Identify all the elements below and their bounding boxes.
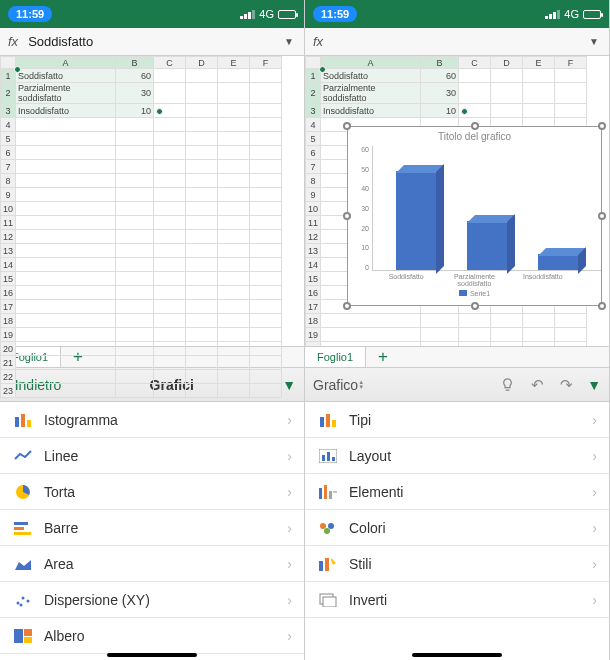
cell-B4[interactable] [116, 118, 154, 132]
cell-B20[interactable] [116, 342, 154, 356]
cell-E12[interactable] [218, 230, 250, 244]
cell-D18[interactable] [491, 314, 523, 328]
cell-E3[interactable] [523, 104, 555, 118]
chart-object[interactable]: Titolo del grafico 6050403020100 Soddisf… [347, 126, 602, 306]
cell-F11[interactable] [250, 216, 282, 230]
formula-expand-icon[interactable]: ▼ [274, 36, 304, 47]
menu-item-elements[interactable]: Elementi › [305, 474, 609, 510]
lightbulb-icon[interactable] [492, 377, 523, 392]
sort-icon[interactable]: ▲▼ [358, 380, 364, 389]
cell-C2[interactable] [459, 83, 491, 104]
cell-B8[interactable] [116, 174, 154, 188]
cell-C6[interactable] [154, 146, 186, 160]
cell-B10[interactable] [116, 202, 154, 216]
cell-F3[interactable] [555, 104, 587, 118]
cell-A3[interactable]: Insoddisfatto [321, 104, 421, 118]
cell-E7[interactable] [218, 160, 250, 174]
cell-A17[interactable] [16, 300, 116, 314]
cell-D2[interactable] [491, 83, 523, 104]
cell-C7[interactable] [154, 160, 186, 174]
cell-E17[interactable] [218, 300, 250, 314]
cell-E18[interactable] [218, 314, 250, 328]
cell-E15[interactable] [218, 272, 250, 286]
undo-icon[interactable]: ↶ [523, 376, 552, 394]
menu-item-line[interactable]: Linee › [0, 438, 304, 474]
cell-B6[interactable] [116, 146, 154, 160]
cell-B23[interactable] [116, 384, 154, 398]
cell-A3[interactable]: Insoddisfatto [16, 104, 116, 118]
cell-A21[interactable] [16, 356, 116, 370]
formula-input[interactable]: Soddisfatto [26, 34, 274, 49]
cell-D13[interactable] [186, 244, 218, 258]
cell-C19[interactable] [459, 328, 491, 342]
cell-D14[interactable] [186, 258, 218, 272]
cell-F3[interactable] [250, 104, 282, 118]
cell-C2[interactable] [154, 83, 186, 104]
cell-C9[interactable] [154, 188, 186, 202]
formula-expand-icon[interactable]: ▼ [579, 36, 609, 47]
cell-F20[interactable] [555, 342, 587, 347]
menu-item-invert[interactable]: Inverti › [305, 582, 609, 618]
cell-C22[interactable] [154, 370, 186, 384]
cell-A18[interactable] [321, 314, 421, 328]
cell-C4[interactable] [154, 118, 186, 132]
cell-C21[interactable] [154, 356, 186, 370]
menu-item-scatter[interactable]: Dispersione (XY) › [0, 582, 304, 618]
menu-item-pie[interactable]: Torta › [0, 474, 304, 510]
home-indicator[interactable] [107, 653, 197, 657]
cell-F19[interactable] [555, 328, 587, 342]
cell-F18[interactable] [250, 314, 282, 328]
cell-A12[interactable] [16, 230, 116, 244]
cell-D5[interactable] [186, 132, 218, 146]
cell-A22[interactable] [16, 370, 116, 384]
cell-D21[interactable] [186, 356, 218, 370]
sheet-tab-foglio1[interactable]: Foglio1 [305, 347, 366, 367]
cell-B13[interactable] [116, 244, 154, 258]
cell-C1[interactable] [459, 69, 491, 83]
cell-F1[interactable] [555, 69, 587, 83]
cell-B1[interactable]: 60 [421, 69, 459, 83]
cell-F19[interactable] [250, 328, 282, 342]
cell-C12[interactable] [154, 230, 186, 244]
cell-F9[interactable] [250, 188, 282, 202]
cell-E14[interactable] [218, 258, 250, 272]
cell-F13[interactable] [250, 244, 282, 258]
cell-F18[interactable] [555, 314, 587, 328]
menu-item-styles[interactable]: Stili › [305, 546, 609, 582]
cell-A1[interactable]: Soddisfatto [321, 69, 421, 83]
cell-F2[interactable] [250, 83, 282, 104]
cell-D19[interactable] [186, 328, 218, 342]
cell-E1[interactable] [218, 69, 250, 83]
cell-A2[interactable]: Parzialmente soddisfatto [321, 83, 421, 104]
cell-F7[interactable] [250, 160, 282, 174]
spreadsheet-grid[interactable]: ABCDEF 1Soddisfatto602Parzialmente soddi… [0, 56, 304, 346]
cell-A4[interactable] [16, 118, 116, 132]
cell-A14[interactable] [16, 258, 116, 272]
cell-D22[interactable] [186, 370, 218, 384]
cell-E6[interactable] [218, 146, 250, 160]
cell-A10[interactable] [16, 202, 116, 216]
cell-B1[interactable]: 60 [116, 69, 154, 83]
cell-A20[interactable] [16, 342, 116, 356]
cell-D7[interactable] [186, 160, 218, 174]
cell-B19[interactable] [116, 328, 154, 342]
cell-B5[interactable] [116, 132, 154, 146]
cell-E19[interactable] [218, 328, 250, 342]
cell-A23[interactable] [16, 384, 116, 398]
cell-E20[interactable] [523, 342, 555, 347]
cell-F8[interactable] [250, 174, 282, 188]
cell-C16[interactable] [154, 286, 186, 300]
cell-D12[interactable] [186, 230, 218, 244]
cell-B20[interactable] [421, 342, 459, 347]
cell-F2[interactable] [555, 83, 587, 104]
cell-A5[interactable] [16, 132, 116, 146]
cell-B2[interactable]: 30 [421, 83, 459, 104]
cell-C5[interactable] [154, 132, 186, 146]
cell-D20[interactable] [491, 342, 523, 347]
cell-D19[interactable] [491, 328, 523, 342]
cell-A9[interactable] [16, 188, 116, 202]
cell-E1[interactable] [523, 69, 555, 83]
cell-F14[interactable] [250, 258, 282, 272]
cell-B22[interactable] [116, 370, 154, 384]
menu-item-layout[interactable]: Layout › [305, 438, 609, 474]
